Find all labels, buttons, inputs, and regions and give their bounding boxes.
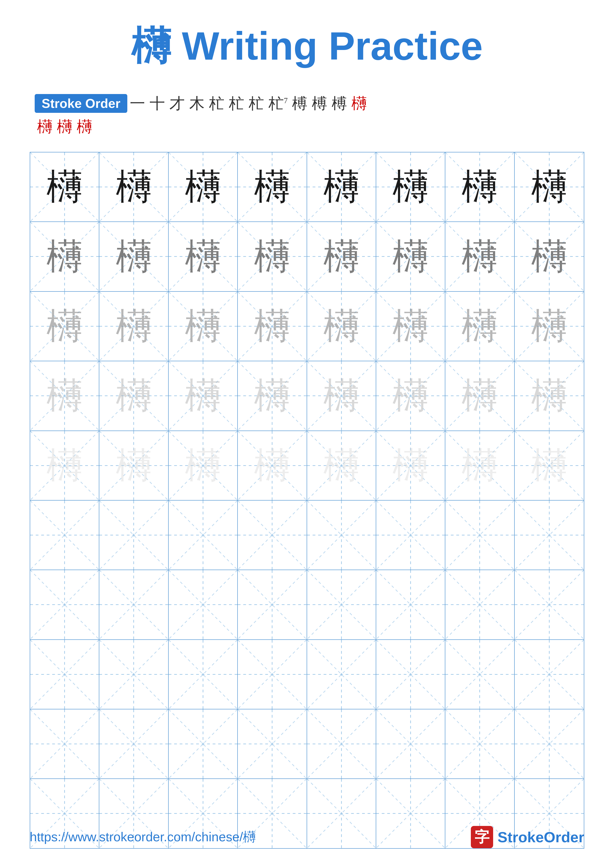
svg-line-180 bbox=[376, 501, 445, 570]
practice-char: 欂 bbox=[185, 239, 221, 274]
practice-char: 欂 bbox=[323, 448, 359, 484]
practice-char: 欂 bbox=[116, 448, 152, 484]
practice-char: 欂 bbox=[462, 169, 497, 205]
practice-char: 欂 bbox=[47, 239, 82, 274]
grid-cell bbox=[376, 501, 445, 570]
stroke-7: 杧 bbox=[249, 93, 264, 114]
practice-char: 欂 bbox=[254, 448, 290, 484]
svg-line-277 bbox=[376, 709, 445, 778]
svg-line-253 bbox=[515, 640, 584, 709]
svg-line-285 bbox=[515, 709, 584, 778]
svg-line-236 bbox=[238, 640, 306, 709]
stroke-5: 杧 bbox=[209, 93, 224, 114]
svg-line-172 bbox=[238, 501, 306, 570]
svg-line-185 bbox=[445, 501, 514, 570]
footer-logo-text: StrokeOrder bbox=[497, 829, 584, 846]
stroke-9: 榑 bbox=[292, 93, 307, 114]
svg-line-229 bbox=[99, 640, 168, 709]
grid-cell: 欂 bbox=[445, 292, 515, 361]
grid-cell: 欂 bbox=[445, 431, 515, 500]
stroke-3: 才 bbox=[169, 93, 185, 114]
grid-cell: 欂 bbox=[445, 361, 515, 430]
svg-line-269 bbox=[238, 709, 306, 778]
svg-line-280 bbox=[445, 709, 514, 778]
grid-cell: 欂 bbox=[99, 152, 168, 222]
grid-cell bbox=[515, 570, 584, 639]
svg-line-208 bbox=[307, 570, 376, 639]
practice-char: 欂 bbox=[185, 169, 221, 205]
svg-line-168 bbox=[169, 501, 237, 570]
grid-row bbox=[30, 570, 584, 640]
grid-cell: 欂 bbox=[238, 431, 307, 500]
svg-line-228 bbox=[99, 640, 168, 709]
stroke-2: 十 bbox=[149, 93, 165, 114]
stroke-10: 榑 bbox=[312, 93, 327, 114]
svg-line-252 bbox=[515, 640, 584, 709]
stroke-chars-line1: 一 十 才 木 杧 杧 杧 杧7 榑 榑 榑 欂 bbox=[130, 93, 367, 114]
svg-line-273 bbox=[307, 709, 376, 778]
svg-line-268 bbox=[238, 709, 306, 778]
practice-char: 欂 bbox=[323, 378, 359, 414]
svg-line-256 bbox=[30, 709, 99, 778]
practice-char: 欂 bbox=[254, 308, 290, 344]
practice-char: 欂 bbox=[531, 169, 567, 205]
svg-line-200 bbox=[169, 570, 237, 639]
footer: https://www.strokeorder.com/chinese/欂 字 … bbox=[30, 826, 584, 848]
grid-row bbox=[30, 709, 584, 779]
grid-cell: 欂 bbox=[376, 222, 445, 291]
practice-char: 欂 bbox=[393, 378, 429, 414]
grid-cell: 欂 bbox=[376, 292, 445, 361]
svg-line-220 bbox=[515, 570, 584, 639]
grid-cell: 欂 bbox=[307, 222, 376, 291]
grid-cell bbox=[307, 709, 376, 778]
grid-cell bbox=[515, 501, 584, 570]
practice-char: 欂 bbox=[531, 378, 567, 414]
grid-row: 欂欂欂欂欂欂欂欂 bbox=[30, 292, 584, 361]
practice-char: 欂 bbox=[323, 169, 359, 205]
practice-char: 欂 bbox=[393, 308, 429, 344]
stroke-11: 榑 bbox=[332, 93, 347, 114]
practice-char: 欂 bbox=[47, 448, 82, 484]
practice-char: 欂 bbox=[323, 239, 359, 274]
grid-cell: 欂 bbox=[169, 292, 238, 361]
grid-cell: 欂 bbox=[238, 361, 307, 430]
grid-cell bbox=[515, 640, 584, 709]
grid-cell bbox=[99, 501, 168, 570]
svg-line-165 bbox=[99, 501, 168, 570]
grid-cell: 欂 bbox=[376, 431, 445, 500]
practice-char: 欂 bbox=[254, 239, 290, 274]
grid-cell bbox=[30, 570, 99, 639]
grid-row: 欂欂欂欂欂欂欂欂 bbox=[30, 431, 584, 501]
grid-cell: 欂 bbox=[169, 152, 238, 222]
practice-char: 欂 bbox=[531, 308, 567, 344]
grid-row bbox=[30, 640, 584, 709]
grid-cell bbox=[238, 570, 307, 639]
grid-cell: 欂 bbox=[445, 152, 515, 222]
practice-char: 欂 bbox=[254, 378, 290, 414]
grid-cell: 欂 bbox=[515, 222, 584, 291]
grid-cell: 欂 bbox=[515, 431, 584, 500]
grid-row: 欂欂欂欂欂欂欂欂 bbox=[30, 222, 584, 291]
grid-cell: 欂 bbox=[169, 361, 238, 430]
grid-cell: 欂 bbox=[445, 222, 515, 291]
grid-cell: 欂 bbox=[376, 361, 445, 430]
svg-line-204 bbox=[238, 570, 306, 639]
grid-row: 欂欂欂欂欂欂欂欂 bbox=[30, 361, 584, 431]
svg-line-248 bbox=[445, 640, 514, 709]
svg-line-232 bbox=[169, 640, 237, 709]
svg-line-272 bbox=[307, 709, 376, 778]
svg-line-281 bbox=[445, 709, 514, 778]
practice-char: 欂 bbox=[116, 169, 152, 205]
practice-grid: 欂欂欂欂欂欂欂欂欂欂欂欂欂欂欂欂欂欂欂欂欂欂欂欂欂欂欂欂欂欂欂欂欂欂欂欂欂欂欂欂 bbox=[30, 152, 584, 849]
grid-cell bbox=[30, 709, 99, 778]
practice-char: 欂 bbox=[47, 169, 82, 205]
grid-cell: 欂 bbox=[99, 431, 168, 500]
svg-line-241 bbox=[307, 640, 376, 709]
svg-line-261 bbox=[99, 709, 168, 778]
grid-cell: 欂 bbox=[30, 431, 99, 500]
svg-line-216 bbox=[445, 570, 514, 639]
grid-cell: 欂 bbox=[515, 292, 584, 361]
practice-char: 欂 bbox=[393, 169, 429, 205]
stroke-order-row1: Stroke Order 一 十 才 木 杧 杧 杧 杧7 榑 榑 榑 欂 bbox=[35, 93, 584, 114]
svg-line-188 bbox=[515, 501, 584, 570]
